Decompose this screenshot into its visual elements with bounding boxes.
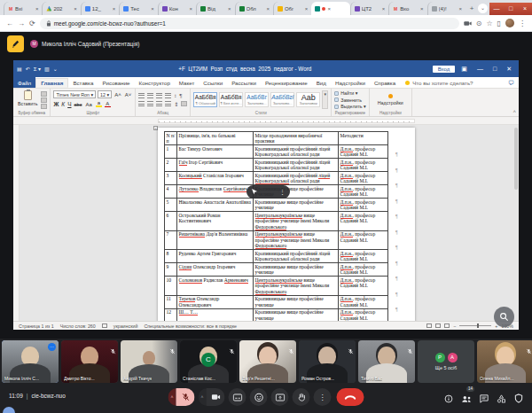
tab-close-icon[interactable]: × bbox=[305, 6, 309, 12]
browser-tab[interactable]: Обл× bbox=[235, 2, 273, 15]
style-chip[interactable]: АаБбВгІЗаголово... bbox=[270, 92, 294, 107]
reload-icon[interactable]: ⟳ bbox=[29, 19, 35, 27]
browser-tab[interactable]: MВхо× bbox=[388, 2, 426, 15]
borders-icon[interactable] bbox=[181, 101, 187, 106]
editing-item[interactable]: Выделить ▾ bbox=[334, 104, 366, 109]
ribbon-tab-макет[interactable]: Макет bbox=[175, 79, 200, 87]
editing-item[interactable]: Найти ▾ bbox=[334, 90, 366, 96]
tab-close-icon[interactable]: × bbox=[35, 6, 39, 12]
end-call-button[interactable] bbox=[337, 388, 364, 406]
browser-tab[interactable]: Обг× bbox=[273, 2, 311, 15]
pilcrow-icon[interactable]: ¶ bbox=[179, 93, 182, 98]
style-chip[interactable]: АаБбВгЗаголово... bbox=[245, 92, 269, 107]
browser-tab[interactable]: Від× bbox=[196, 2, 234, 15]
participant-tile[interactable]: Роман Остров... bbox=[299, 340, 356, 383]
tile-options-icon[interactable]: ⋯ bbox=[48, 343, 56, 351]
minimize-button[interactable]: — bbox=[489, 3, 504, 15]
language-status[interactable]: украинский bbox=[113, 323, 138, 329]
participant-tile[interactable]: Олена Михайл... bbox=[477, 340, 532, 383]
ribbon-tab-ссылки[interactable]: Ссылки bbox=[199, 79, 227, 87]
ribbon-tab-надстройки[interactable]: Надстройки bbox=[331, 79, 370, 87]
styles-more-icon[interactable]: ▾ bbox=[322, 90, 328, 109]
raise-hand-button[interactable] bbox=[293, 388, 310, 406]
back-icon[interactable]: ← bbox=[6, 19, 13, 27]
bold-button[interactable]: Ж bbox=[53, 101, 59, 107]
browser-tab[interactable]: 12_× bbox=[81, 2, 119, 15]
mic-button[interactable] bbox=[176, 388, 195, 406]
undo-icon[interactable]: ↶ bbox=[26, 66, 30, 72]
word-close-button[interactable]: ✕ bbox=[503, 66, 515, 73]
vertical-ruler[interactable] bbox=[13, 125, 20, 321]
mic-options-chevron-icon[interactable]: ˄ bbox=[168, 388, 176, 406]
editing-item[interactable]: Заменить bbox=[334, 97, 366, 103]
signin-button[interactable]: Вход bbox=[433, 66, 456, 73]
ribbon-tab-конструктор[interactable]: Конструктор bbox=[135, 79, 175, 87]
line-spacing-icon[interactable]: ⇕ bbox=[174, 101, 178, 107]
horizontal-ruler[interactable] bbox=[13, 117, 519, 125]
font-size-select[interactable]: 12 ▾ bbox=[98, 90, 112, 98]
change-case-button[interactable]: Аа bbox=[84, 102, 92, 107]
sum-icon[interactable]: Σ ▾ bbox=[34, 66, 41, 72]
tab-close-icon[interactable]: × bbox=[327, 6, 331, 12]
browser-tab[interactable]: 202× bbox=[42, 2, 80, 15]
indent-icon[interactable] bbox=[165, 93, 171, 98]
document-area[interactable]: + N п/пПрізвище, ім'я, по батьковіМісце … bbox=[13, 125, 519, 321]
zoom-slider[interactable] bbox=[459, 325, 491, 326]
participant-tile[interactable]: Андрій Ткачук bbox=[121, 340, 177, 383]
tell-me-box[interactable]: Что вы хотите сделать? bbox=[405, 80, 473, 86]
participant-tile[interactable]: Тимур Бас bbox=[358, 340, 415, 383]
camera-control[interactable]: ˄ bbox=[199, 388, 225, 406]
pill-more-icon[interactable]: ⋮ bbox=[279, 189, 286, 196]
quick-access-toolbar[interactable]: ▤↶Σ ▾▥⌄ bbox=[17, 66, 58, 72]
ribbon-tab-справка[interactable]: Справка bbox=[370, 79, 400, 87]
present-button[interactable] bbox=[271, 388, 289, 406]
web-layout-icon[interactable] bbox=[444, 323, 450, 328]
style-chip[interactable]: АabЗаголовок bbox=[296, 92, 320, 107]
tab-close-icon[interactable]: × bbox=[74, 6, 77, 12]
maximize-button[interactable]: □ bbox=[504, 3, 518, 15]
close-button[interactable]: × bbox=[518, 3, 532, 15]
browser-tab[interactable]: Кон× bbox=[158, 2, 196, 15]
bookmark-star-icon[interactable]: ☆ bbox=[486, 19, 492, 27]
ribbon-tab-вставка[interactable]: Вставка bbox=[68, 79, 98, 87]
tab-close-icon[interactable]: × bbox=[151, 6, 154, 12]
camera-in-use-icon[interactable] bbox=[464, 20, 472, 27]
new-tab-button[interactable]: + bbox=[467, 4, 476, 13]
mic-control[interactable]: ˄ bbox=[168, 388, 195, 406]
format-painter-icon[interactable] bbox=[41, 104, 47, 109]
chat-button[interactable] bbox=[480, 391, 489, 407]
comments-icon[interactable]: 🗩 bbox=[508, 80, 514, 86]
accessibility-status[interactable]: Специальные возможности: все в порядке bbox=[144, 323, 237, 329]
print-icon[interactable]: ▥ bbox=[44, 66, 50, 72]
tab-close-icon[interactable]: × bbox=[190, 6, 193, 12]
ribbon-tab-рассылки[interactable]: Рассылки bbox=[227, 79, 261, 87]
underline-button[interactable]: Ч bbox=[67, 101, 71, 107]
font-family-select[interactable]: Times New Ron ▾ bbox=[53, 90, 96, 98]
browser-tab[interactable]: ЦТ2× bbox=[350, 2, 388, 15]
ribbon-tab-файл[interactable]: Файл bbox=[13, 77, 35, 88]
presenter-banner[interactable]: М Микола Ілліч Садовий (Презентація) bbox=[30, 40, 139, 48]
addins-button[interactable]: Надстройки bbox=[372, 90, 409, 109]
captions-button[interactable] bbox=[229, 388, 246, 406]
sort-icon[interactable]: ↕ bbox=[174, 93, 176, 98]
more-participants-tile[interactable]: РАЩе 5 осіб bbox=[418, 340, 474, 383]
address-bar[interactable]: meet.google.com/cie-bcwz-nuo?authuser=1 bbox=[40, 18, 459, 29]
annotation-pen-button[interactable] bbox=[7, 35, 24, 52]
people-button[interactable]: 14 bbox=[461, 391, 472, 407]
participant-tile[interactable]: Дмитро Вікто... bbox=[61, 340, 118, 383]
justify-icon[interactable] bbox=[165, 101, 171, 106]
numbering-icon[interactable] bbox=[147, 93, 153, 98]
font-color-button[interactable]: А bbox=[105, 101, 111, 107]
tab-close-icon[interactable]: × bbox=[228, 6, 231, 12]
word-count[interactable]: Число слов: 260 bbox=[60, 323, 96, 329]
read-mode-icon[interactable] bbox=[426, 323, 432, 328]
bullets-icon[interactable] bbox=[138, 93, 145, 98]
style-chip[interactable]: АаБбВя¶ Обычный bbox=[193, 92, 217, 107]
proofing-icon[interactable] bbox=[102, 323, 107, 328]
meeting-details-button[interactable] bbox=[444, 391, 453, 407]
participant-tile[interactable]: Дар'я Решетні... bbox=[239, 340, 296, 383]
document-page[interactable]: N п/пПрізвище, ім'я, по батьковіМісце пр… bbox=[158, 128, 415, 321]
copy-icon[interactable] bbox=[41, 97, 47, 103]
save-icon[interactable]: ▤ bbox=[17, 66, 22, 72]
italic-button[interactable]: К bbox=[61, 101, 65, 107]
